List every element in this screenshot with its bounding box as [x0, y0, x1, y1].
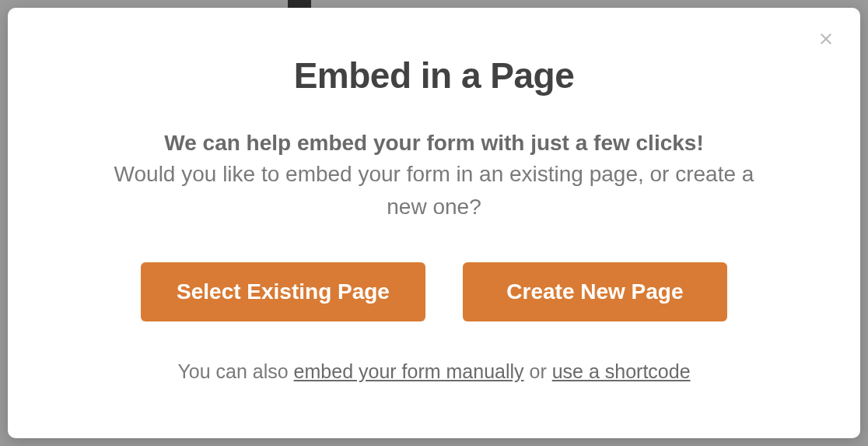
embed-modal: Embed in a Page We can help embed your f… — [8, 8, 860, 438]
use-shortcode-link[interactable]: use a shortcode — [552, 360, 691, 382]
close-icon — [817, 37, 835, 51]
embed-manually-link[interactable]: embed your form manually — [294, 360, 524, 382]
close-button[interactable] — [817, 30, 835, 48]
modal-footer-text: You can also embed your form manually or… — [177, 360, 690, 383]
footer-middle: or — [524, 360, 552, 382]
select-existing-page-button[interactable]: Select Existing Page — [141, 262, 425, 321]
modal-subtitle-bold: We can help embed your form with just a … — [164, 128, 703, 158]
modal-title: Embed in a Page — [294, 54, 575, 97]
create-new-page-button[interactable]: Create New Page — [463, 262, 727, 321]
button-row: Select Existing Page Create New Page — [141, 262, 727, 321]
footer-prefix: You can also — [177, 360, 293, 382]
modal-subtitle-regular: Would you like to embed your form in an … — [103, 158, 765, 223]
